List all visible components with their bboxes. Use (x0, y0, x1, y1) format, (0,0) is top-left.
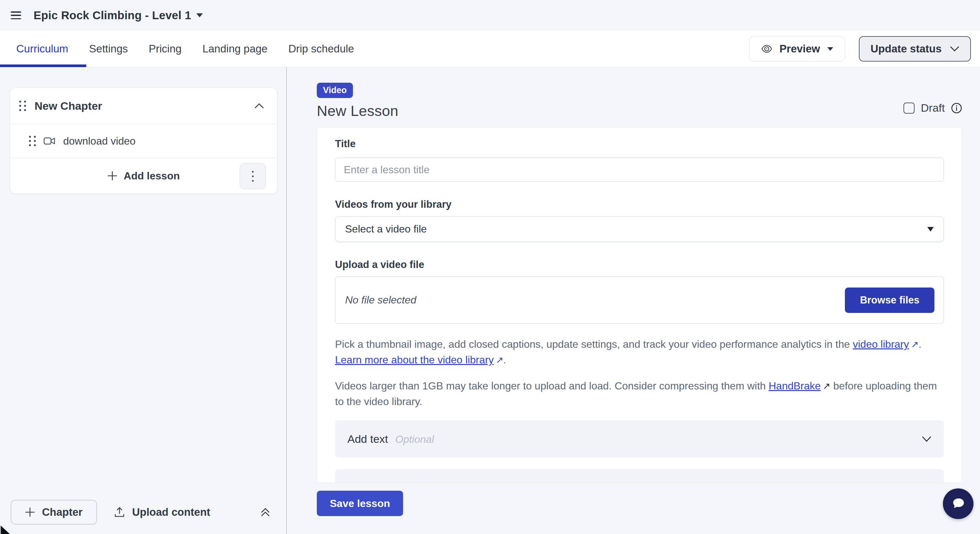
video-camera-icon (44, 137, 55, 145)
help-text: . (918, 338, 921, 350)
help-text: . (503, 354, 506, 366)
preview-button[interactable]: Preview (749, 36, 845, 62)
course-title: Epic Rock Climbing - Level 1 (33, 9, 191, 22)
lesson-header: Video New Lesson Draft (317, 83, 962, 119)
caret-down-icon (827, 47, 833, 51)
add-text-label: Add text (347, 433, 388, 445)
video-library-link[interactable]: video library↗ (853, 338, 918, 350)
chapter-title: New Chapter (35, 100, 102, 112)
drag-handle-icon[interactable] (29, 136, 36, 146)
file-upload-dropzone[interactable]: No file selected Browse files (335, 277, 944, 324)
external-link-icon: ↗ (493, 352, 503, 368)
chat-bubble-icon (950, 495, 967, 512)
lesson-title: download video (63, 135, 135, 147)
collapse-all-icon[interactable] (260, 507, 270, 517)
help-text: Videos larger than 1GB may take longer t… (335, 380, 769, 392)
update-status-button[interactable]: Update status (859, 36, 971, 62)
draft-checkbox[interactable] (904, 103, 915, 114)
caret-down-icon (196, 13, 203, 17)
add-text-section[interactable]: Add text Optional (335, 420, 944, 458)
chapter-header[interactable]: New Chapter (10, 88, 277, 124)
compression-help-text: Videos larger than 1GB may take longer t… (335, 378, 944, 409)
browse-files-button[interactable]: Browse files (845, 288, 934, 313)
tab-landing-page[interactable]: Landing page (202, 43, 267, 55)
update-status-label: Update status (870, 43, 942, 55)
course-editor-app: Epic Rock Climbing - Level 1 Curriculum … (0, 0, 980, 534)
lesson-form-card: Title Videos from your library Select a … (317, 127, 962, 483)
chapter-card: New Chapter download video (10, 87, 277, 194)
upload-icon (114, 507, 125, 518)
chevron-up-icon[interactable] (254, 103, 264, 109)
tab-pricing[interactable]: Pricing (149, 43, 182, 55)
chat-widget-button[interactable] (943, 488, 974, 519)
chevron-down-icon (922, 436, 931, 442)
add-chapter-label: Chapter (42, 506, 83, 518)
chevron-down-icon (950, 46, 959, 52)
lesson-item[interactable]: download video (10, 124, 277, 158)
tab-curriculum[interactable]: Curriculum (16, 43, 68, 55)
draft-toggle-group: Draft (904, 102, 962, 114)
lesson-editor: Video New Lesson Draft Tit (287, 67, 980, 534)
sidebar-footer: Chapter Upload content (11, 500, 270, 524)
optional-hint: Optional (395, 433, 434, 445)
optional-hint: Optional (430, 482, 469, 483)
plus-icon (107, 171, 117, 181)
handbrake-link[interactable]: HandBrake (769, 380, 821, 392)
drag-handle-icon[interactable] (19, 101, 26, 111)
info-icon[interactable] (951, 103, 962, 114)
video-select-value: Select a video file (345, 223, 427, 235)
tab-list: Curriculum Settings Pricing Landing page… (0, 43, 354, 55)
no-file-text: No file selected (345, 294, 417, 306)
library-label: Videos from your library (335, 199, 944, 210)
topbar: Epic Rock Climbing - Level 1 (0, 0, 980, 30)
chapter-menu-button[interactable] (240, 163, 266, 189)
tab-drip-schedule[interactable]: Drip schedule (288, 43, 354, 55)
hamburger-menu-icon[interactable] (11, 11, 21, 19)
active-tab-underline (0, 65, 86, 67)
title-label: Title (335, 138, 944, 150)
external-link-icon: ↗ (821, 378, 830, 394)
add-lesson-label: Add lesson (124, 170, 180, 182)
add-downloads-section[interactable]: Add downloads Optional (335, 469, 944, 483)
curriculum-sidebar: New Chapter download video (0, 67, 287, 534)
external-link-icon: ↗ (909, 337, 918, 352)
tab-settings[interactable]: Settings (89, 43, 128, 55)
add-chapter-button[interactable]: Chapter (11, 500, 97, 524)
select-caret-icon (927, 227, 934, 232)
save-lesson-button[interactable]: Save lesson (317, 491, 403, 516)
plus-icon (25, 507, 35, 517)
course-title-dropdown[interactable]: Epic Rock Climbing - Level 1 (33, 9, 203, 22)
video-library-help-text: Pick a thumbnail image, add closed capti… (335, 337, 944, 368)
page-title: New Lesson (317, 103, 399, 119)
upload-content-label: Upload content (132, 506, 210, 518)
draft-label: Draft (921, 102, 945, 114)
help-text: Pick a thumbnail image, add closed capti… (335, 338, 853, 350)
lesson-type-badge: Video (317, 83, 353, 98)
add-downloads-label: Add downloads (347, 482, 423, 483)
upload-label: Upload a video file (335, 259, 944, 270)
eye-icon (761, 44, 772, 53)
lesson-title-input[interactable] (335, 157, 944, 182)
preview-label: Preview (780, 43, 820, 55)
tabbar: Curriculum Settings Pricing Landing page… (0, 30, 980, 67)
add-lesson-button[interactable]: Add lesson (10, 158, 277, 194)
tab-actions: Preview Update status (749, 36, 980, 62)
body: New Chapter download video (0, 67, 980, 534)
learn-more-link[interactable]: Learn more about the video library↗ (335, 354, 503, 366)
video-select[interactable]: Select a video file (335, 216, 944, 242)
upload-content-button[interactable]: Upload content (114, 506, 210, 518)
